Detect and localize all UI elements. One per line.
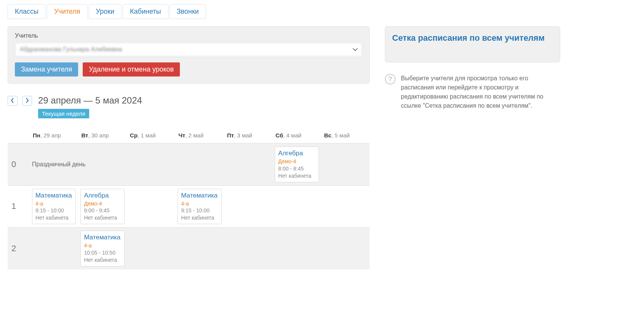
day-header: Пн, 29 апр	[30, 130, 78, 143]
tab-teachers[interactable]: Учителя	[47, 4, 88, 19]
date-range: 29 апреля — 5 мая 2024	[38, 95, 142, 106]
schedule-grid-link[interactable]: Сетка расписания по всем учителям	[392, 32, 553, 44]
lesson-class: 4-а	[35, 200, 72, 207]
lesson-room: Нет кабинета	[278, 172, 315, 180]
row-number: 1	[8, 185, 30, 228]
replace-teacher-button[interactable]: Замена учителя	[15, 62, 78, 76]
tab-link[interactable]: Звонки	[177, 8, 199, 15]
lesson-card[interactable]: Математика 4-а 10:05 - 10:50 Нет кабинет…	[80, 231, 124, 266]
lesson-room: Нет кабинета	[35, 214, 72, 221]
tab-classes[interactable]: Классы	[8, 4, 46, 19]
row-number: 2	[8, 228, 30, 269]
help-text: Выберите учителя для просмотра только ег…	[401, 74, 560, 110]
table-row: 1 Математика 4-а 9:15 - 10:00 Нет кабине…	[8, 185, 370, 228]
teacher-label: Учитель	[15, 32, 362, 39]
lesson-time: 9:15 - 10:00	[181, 207, 218, 214]
chevron-right-icon	[25, 98, 29, 104]
lesson-class: Демо-4	[84, 200, 121, 207]
lesson-room: Нет кабинета	[181, 214, 218, 221]
tab-link[interactable]: Кабинеты	[130, 8, 161, 15]
tabs-bar: Классы Учителя Уроки Кабинеты Звонки	[8, 4, 636, 19]
day-header: Пт, 3 май	[224, 130, 272, 143]
tab-bells[interactable]: Звонки	[170, 4, 206, 19]
lesson-room: Нет кабинета	[84, 214, 121, 221]
table-row: 2 Математика 4-а 10:05 - 10:50 Нет кабин…	[8, 228, 370, 269]
tab-lessons[interactable]: Уроки	[89, 4, 122, 19]
holiday-cell: Праздничный день	[30, 143, 272, 186]
tab-rooms[interactable]: Кабинеты	[123, 4, 168, 19]
day-header: Сб, 4 май	[272, 130, 321, 143]
tab-link[interactable]: Уроки	[96, 8, 115, 15]
lesson-subject: Математика	[181, 191, 218, 200]
row-number: 0	[8, 143, 30, 186]
date-navigation: 29 апреля — 5 мая 2024 Текущая неделя	[8, 95, 370, 118]
prev-week-button[interactable]	[8, 96, 18, 106]
lesson-time: 9:00 - 9:45	[84, 207, 121, 214]
help-block: ? Выберите учителя для просмотра только …	[385, 74, 560, 110]
lesson-subject: Алгебра	[278, 149, 315, 158]
lesson-card[interactable]: Математика 4-а 9:15 - 10:00 Нет кабинета	[32, 189, 76, 225]
day-header: Ср, 1 май	[127, 130, 175, 143]
lesson-class: 4-а	[84, 242, 121, 249]
lesson-card[interactable]: Алгебра Демо-4 9:00 - 9:45 Нет кабинета	[80, 189, 124, 225]
table-row: 0 Праздничный день Алгебра Демо-4 8:00 -…	[8, 143, 370, 186]
tab-link[interactable]: Классы	[15, 8, 38, 15]
delete-cancel-lessons-button[interactable]: Удаление и отмена уроков	[83, 62, 180, 76]
help-icon: ?	[385, 74, 396, 84]
current-week-badge: Текущая неделя	[38, 109, 89, 118]
next-week-button[interactable]	[22, 96, 32, 106]
lesson-class: Демо-4	[278, 158, 315, 165]
day-header: Вс, 5 май	[321, 130, 370, 143]
lesson-subject: Алгебра	[84, 191, 121, 200]
lesson-time: 9:15 - 10:00	[35, 207, 72, 214]
lesson-card[interactable]: Алгебра Демо-4 8:00 - 8:45 Нет кабинета	[275, 147, 319, 182]
lesson-room: Нет кабинета	[84, 257, 121, 264]
lesson-time: 8:00 - 8:45	[278, 165, 315, 172]
side-panel: Сетка расписания по всем учителям	[385, 26, 560, 62]
day-header: Чт, 2 май	[175, 130, 224, 143]
lesson-subject: Математика	[84, 233, 121, 242]
lesson-time: 10:05 - 10:50	[84, 249, 121, 257]
tab-link[interactable]: Учителя	[54, 8, 80, 15]
lesson-card[interactable]: Математика 4-а 9:15 - 10:00 Нет кабинета	[178, 189, 221, 225]
lesson-class: 4-а	[181, 200, 218, 207]
schedule-table: Пн, 29 апр Вт, 30 апр Ср, 1 май Чт, 2 ма…	[8, 130, 370, 269]
chevron-left-icon	[11, 98, 14, 104]
day-header: Вт, 30 апр	[78, 130, 127, 143]
teacher-panel: Учитель Абдрахманова Гульнара Алибиевна …	[8, 26, 370, 84]
teacher-select-wrap: Абдрахманова Гульнара Алибиевна	[15, 42, 362, 57]
lesson-subject: Математика	[35, 191, 72, 200]
teacher-select[interactable]: Абдрахманова Гульнара Алибиевна	[15, 42, 362, 57]
